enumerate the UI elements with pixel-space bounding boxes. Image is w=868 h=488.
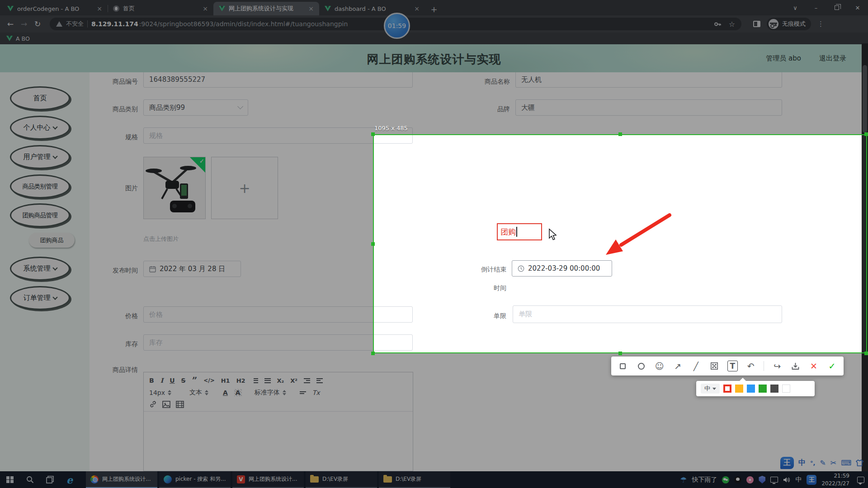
restore-button[interactable] — [826, 0, 847, 15]
taskbar-app-chrome[interactable]: 网上团购系统设计... — [86, 471, 157, 488]
video-icon[interactable] — [176, 401, 184, 408]
link-icon[interactable] — [149, 400, 157, 408]
selection-handle-bottom-left[interactable] — [371, 352, 375, 355]
logout-link[interactable]: 退出登录 — [819, 54, 846, 63]
arrow-tool[interactable]: ↗ — [672, 361, 683, 371]
sidebar-item-order-management[interactable]: 订单管理 — [10, 286, 70, 310]
image-icon[interactable] — [162, 401, 170, 408]
rectangle-tool[interactable] — [618, 361, 628, 371]
ime-handwriting-icon[interactable]: ✎ — [820, 459, 826, 467]
tab-tuangou-active[interactable]: 网上团购系统设计与实现 × — [213, 2, 319, 15]
tab-close-icon[interactable]: × — [96, 5, 103, 12]
selection-handle-left-mid[interactable] — [371, 242, 375, 246]
bullet-list-icon[interactable] — [264, 377, 271, 384]
superscript-icon[interactable]: X² — [290, 377, 297, 384]
side-panel-icon[interactable] — [753, 21, 760, 27]
limit-input[interactable]: 单限 — [513, 305, 782, 323]
ie-button[interactable]: e — [60, 471, 80, 488]
back-button[interactable]: ← — [4, 19, 17, 28]
scrollbar-thumb[interactable] — [863, 65, 867, 133]
flower-tray-icon[interactable] — [746, 476, 754, 483]
sidebar-item-system-management[interactable]: 系统管理 — [10, 257, 70, 281]
weather-text[interactable]: 快下雨了 — [692, 476, 717, 484]
cancel-capture-button[interactable]: ✕ — [808, 361, 819, 371]
tab-ordercodegen[interactable]: orderCodegen - A BO × — [2, 2, 108, 15]
wechat-tray-icon[interactable] — [722, 476, 729, 483]
ordered-list-icon[interactable] — [252, 377, 258, 384]
color-swatch-green[interactable] — [759, 385, 767, 393]
publish-date-input[interactable]: 2022 年 03 月 28 日 — [143, 261, 241, 277]
start-button[interactable] — [0, 471, 20, 488]
sidebar-item-home[interactable]: 首页 — [10, 86, 70, 110]
incognito-badge[interactable]: 无痕模式 — [767, 18, 811, 30]
sidebar-item-groupbuy-management[interactable]: 团购商品管理 — [10, 203, 70, 227]
key-icon[interactable] — [714, 20, 722, 28]
header2-icon[interactable]: H2 — [236, 377, 245, 384]
brand-input[interactable]: 大疆 — [515, 99, 782, 116]
tab-close-icon[interactable]: × — [307, 5, 315, 12]
browser-menu-icon[interactable]: ⋮ — [817, 20, 824, 28]
taskbar-search-button[interactable] — [20, 471, 40, 488]
close-button[interactable]: ✕ — [847, 0, 868, 15]
color-swatch-white[interactable] — [782, 385, 790, 393]
code-icon[interactable]: </> — [203, 377, 215, 384]
pen-size-select[interactable]: 中 — [701, 384, 720, 394]
ime-tray-mode[interactable]: 中 — [795, 476, 802, 484]
text-style-select[interactable]: 文本 — [189, 389, 208, 397]
ellipse-tool[interactable] — [636, 361, 646, 371]
strikethrough-icon[interactable]: S — [181, 377, 186, 384]
ime-clip-icon[interactable]: ✂ — [830, 459, 836, 467]
background-color-icon[interactable]: A — [234, 389, 242, 396]
qq-tray-icon[interactable] — [734, 476, 741, 483]
editor-content-area[interactable] — [144, 412, 413, 471]
uploaded-image-thumbnail[interactable]: ✓ — [143, 157, 206, 219]
price-input[interactable]: 价格 — [143, 306, 413, 323]
italic-icon[interactable]: I — [160, 377, 164, 384]
ime-logo[interactable]: 王 — [780, 457, 794, 469]
security-shield-icon[interactable] — [759, 476, 765, 483]
network-icon[interactable] — [770, 477, 778, 483]
stock-input[interactable]: 库存 — [143, 334, 413, 351]
subscript-icon[interactable]: X₂ — [277, 377, 284, 384]
task-view-button[interactable] — [40, 471, 60, 488]
underline-icon[interactable]: U — [170, 377, 175, 384]
undo-button[interactable]: ↶ — [745, 361, 756, 371]
color-swatch-dark[interactable] — [770, 385, 778, 393]
selection-handle-top-right[interactable] — [864, 132, 868, 136]
add-image-button[interactable]: + — [211, 157, 278, 219]
window-chevron-icon[interactable]: ∨ — [785, 0, 806, 15]
ime-keyboard-icon[interactable]: ⌨ — [841, 459, 851, 467]
ime-mode-toggle[interactable]: 中 — [798, 458, 806, 468]
reload-button[interactable]: ↻ — [31, 19, 44, 28]
forward-button[interactable]: → — [17, 19, 31, 28]
tab-home[interactable]: 首页 × — [108, 2, 213, 15]
action-center-icon[interactable] — [857, 477, 864, 483]
bold-icon[interactable]: B — [149, 377, 154, 384]
blockquote-icon[interactable]: ” — [192, 375, 198, 386]
deadline-datetime-input[interactable]: 2022-03-29 00:00:00 — [512, 260, 612, 277]
rich-text-editor[interactable]: B I U S ” </> H1 H2 X₂ X² 14px 文本 A A — [143, 372, 413, 471]
sidebar-item-personal-center[interactable]: 个人中心 — [10, 116, 70, 140]
minimize-button[interactable]: – — [806, 0, 826, 15]
align-icon[interactable] — [300, 390, 306, 395]
category-select[interactable]: 商品类别99 — [143, 99, 248, 116]
color-swatch-orange[interactable] — [735, 385, 743, 393]
bookmark-item[interactable]: A BO — [16, 35, 30, 42]
ime-tray-logo[interactable]: 王 — [807, 475, 816, 485]
volume-icon[interactable] — [783, 477, 790, 483]
share-button[interactable]: ↪ — [772, 361, 782, 371]
selection-handle-top-left[interactable] — [371, 132, 375, 136]
ime-skin-icon[interactable] — [856, 460, 863, 466]
ime-punctuation-toggle[interactable]: °, — [810, 460, 815, 466]
page-scrollbar[interactable] — [862, 43, 868, 471]
tab-dashboard[interactable]: dashboard - A BO × — [319, 2, 425, 15]
indent-icon[interactable] — [316, 377, 323, 384]
taskbar-clock[interactable]: 21:59 2022/3/27 — [821, 472, 849, 487]
tab-close-icon[interactable]: × — [202, 5, 209, 12]
tab-close-icon[interactable]: × — [413, 5, 420, 12]
header1-icon[interactable]: H1 — [221, 377, 230, 384]
emoji-tool[interactable]: ☺ — [654, 361, 665, 371]
bookmark-star-icon[interactable]: ☆ — [729, 20, 735, 28]
font-size-select[interactable]: 14px — [149, 389, 171, 396]
sidebar-item-user-management[interactable]: 用户管理 — [10, 145, 70, 169]
